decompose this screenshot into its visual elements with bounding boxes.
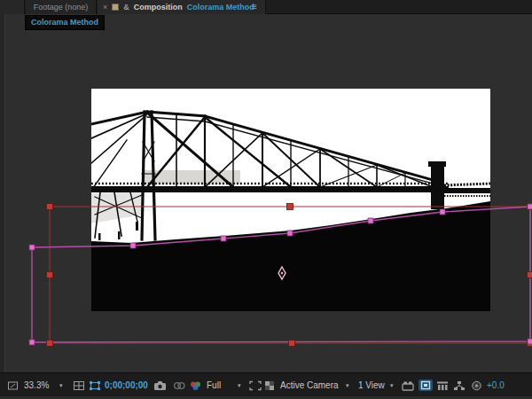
mask-vertex[interactable] <box>287 231 293 236</box>
exposure-value[interactable]: +0.0 <box>487 373 505 397</box>
grid-options-icon[interactable] <box>73 373 85 397</box>
camera-view-caret-icon[interactable]: ▾ <box>346 373 349 397</box>
tab-footage[interactable]: Footage (none) <box>26 0 97 14</box>
anchor-point-center <box>281 272 283 274</box>
fast-previews-icon[interactable] <box>402 373 414 397</box>
transform-handle[interactable] <box>287 204 293 210</box>
mask-overlay <box>0 14 532 372</box>
comp-color-swatch-icon <box>112 4 119 11</box>
mask-vertex[interactable] <box>368 218 373 223</box>
viewer-status-bar: 33.3% ▾ 0;00;00;00 Full ▾ <box>0 372 532 396</box>
panel-menu-icon[interactable]: ≡ <box>252 2 257 12</box>
mask-vertex[interactable] <box>130 243 136 248</box>
transform-box-outline <box>50 207 530 343</box>
transparency-grid-icon[interactable] <box>264 373 276 397</box>
resolution-value[interactable]: Full <box>207 373 221 397</box>
panel-corner <box>0 0 25 14</box>
transform-handle[interactable] <box>528 272 532 278</box>
reset-exposure-icon[interactable] <box>471 373 482 397</box>
panel-grip-icon: & <box>123 3 129 12</box>
mask-visibility-icon[interactable] <box>89 373 101 397</box>
mask-vertex[interactable] <box>221 236 226 241</box>
flowchart-icon[interactable] <box>453 373 466 397</box>
tab-composition-label: Composition <box>134 3 183 12</box>
tab-tooltip: Colorama Method <box>25 15 105 30</box>
magnification-value[interactable]: 33.3% <box>24 373 49 397</box>
view-layout-caret-icon[interactable]: ▾ <box>390 373 394 397</box>
transform-handle[interactable] <box>47 340 53 347</box>
tab-composition[interactable]: × & Composition Colorama Method <box>98 0 266 14</box>
mask-vertex[interactable] <box>29 340 35 345</box>
view-layout-value[interactable]: 1 View <box>358 373 385 397</box>
mask-vertex[interactable] <box>528 204 532 209</box>
snapshot-icon[interactable] <box>153 373 167 397</box>
region-of-interest-icon[interactable] <box>249 373 262 397</box>
transform-handle[interactable] <box>47 272 53 278</box>
fit-view-icon[interactable] <box>7 373 19 397</box>
transform-handle[interactable] <box>47 204 53 210</box>
mask-vertex[interactable] <box>29 245 35 250</box>
after-effects-composition-panel: Footage (none) × & Composition Colorama … <box>0 0 532 399</box>
composition-viewer[interactable] <box>0 14 532 372</box>
show-snapshot-icon[interactable] <box>173 373 185 397</box>
transform-handle[interactable] <box>289 340 295 347</box>
show-channel-icon[interactable] <box>189 373 202 397</box>
mask-vertex[interactable] <box>528 339 532 344</box>
close-icon[interactable]: × <box>103 0 107 14</box>
pixel-aspect-correction-toggle[interactable] <box>419 373 433 397</box>
timecode-field[interactable]: 0;00;00;00 <box>105 373 148 397</box>
mask-vertex[interactable] <box>440 209 445 215</box>
timeline-icon[interactable] <box>436 373 449 397</box>
resolution-caret-icon[interactable]: ▾ <box>238 373 241 397</box>
tab-composition-name: Colorama Method <box>187 3 254 12</box>
panel-tab-bar: Footage (none) × & Composition Colorama … <box>0 0 532 14</box>
magnification-caret-icon[interactable]: ▾ <box>59 373 63 397</box>
camera-view-value[interactable]: Active Camera <box>280 373 339 397</box>
